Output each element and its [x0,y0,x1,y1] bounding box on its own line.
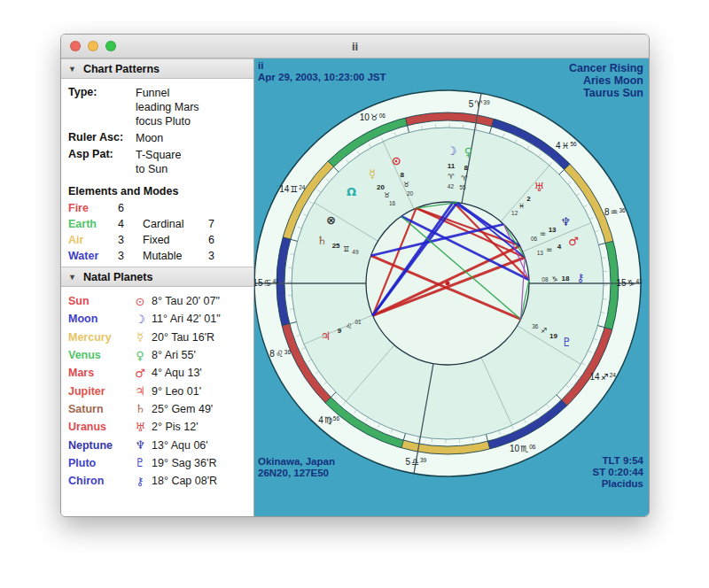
chart-patterns-section-header[interactable]: ▼ Chart Patterns [61,58,253,79]
ruler-asc-value: Moon [136,131,246,145]
disclosure-triangle-icon[interactable]: ▼ [68,273,76,282]
planet-minutes: 36 [532,323,539,329]
pluto-glyph-icon: ♇ [129,456,152,469]
mercury-glyph-icon: ☿ [129,330,152,344]
section-title: Chart Patterns [83,63,160,75]
planet-name: Pluto [68,457,129,469]
planet-position: 11° Ari 42' 01" [152,313,253,325]
mode-name: Fixed [143,233,208,247]
planet-name: Jupiter [68,385,129,398]
planet-position: 13° Aqu 06' [152,439,253,452]
mode-count: 7 [208,217,230,231]
planet-name: Saturn [68,403,129,415]
screen: ii ▼ Chart Patterns Type: Funnel leading… [0,0,709,588]
asp-pat-label: Asp Pat: [68,148,132,176]
planet-degree: 20 [377,183,385,191]
planet-degree: 9 [338,327,342,335]
planet-row-uranus[interactable]: Uranus♅2° Pis 12' [68,418,253,436]
planet-minutes: 55 [459,184,466,190]
planet-row-mars[interactable]: Mars♂4° Aqu 13' [68,364,253,382]
element-name: Water [68,249,118,263]
mode-count: 6 [208,233,230,247]
planet-position: 19° Sag 36'R [152,457,253,469]
uranus-glyph-icon: ♅ [534,181,544,194]
elements-modes-header: Elements and Modes [68,185,246,197]
planet-row-saturn[interactable]: Saturn♄25° Gem 49' [68,400,253,418]
moon-glyph-icon: ☽ [129,313,152,326]
sidebar: ▼ Chart Patterns Type: Funnel leading Ma… [61,58,254,516]
planet-sign-glyph: ♑ [551,275,557,283]
neptune-glyph-icon: ♆ [129,438,152,452]
sun-glyph-icon: ⊙ [129,295,152,308]
planet-minutes: 13 [537,250,544,256]
north-node-glyph-icon: Ω [347,185,356,198]
planet-degree: 13 [549,226,557,234]
planet-sign-glyph: ♐ [541,327,547,335]
app-window: ii ▼ Chart Patterns Type: Funnel leading… [60,34,650,517]
planet-position: 8° Ari 55' [152,349,253,361]
planet-row-pluto[interactable]: Pluto♇19° Sag 36'R [68,454,253,472]
planet-minutes: 16 [389,200,396,206]
planet-minutes: 49 [352,249,359,255]
planet-degree: 19 [549,332,557,340]
mars-glyph-icon: ♂ [568,235,579,248]
section-title: Natal Planets [83,271,153,283]
planet-sign-glyph: ♈ [461,174,467,182]
planet-position: 9° Leo 01' [152,385,253,398]
planet-minutes: 06 [531,236,538,242]
jupiter-glyph-icon: ♃ [320,329,331,343]
planet-name: Mars [68,367,129,379]
planet-sign-glyph: ♒ [540,230,546,238]
planet-sign-glyph: ♓ [518,202,525,210]
planet-degree: 11 [448,162,456,170]
saturn-glyph-icon: ♄ [316,234,327,247]
moon-glyph-icon: ☽ [447,144,457,158]
asp-pat-value: T-Square to Sun [136,148,246,176]
natal-planets-section-header[interactable]: ▼ Natal Planets [61,267,253,287]
planet-row-sun[interactable]: Sun⊙8° Tau 20' 07" [68,292,253,310]
chiron-glyph-icon: ⚷ [129,475,152,488]
planet-degree: 2 [526,195,531,203]
element-count: 3 [118,233,143,247]
close-button[interactable] [70,41,81,51]
zoom-button[interactable] [105,41,116,51]
disclosure-triangle-icon[interactable]: ▼ [68,65,76,74]
jupiter-glyph-icon: ♃ [129,384,152,398]
planet-sign-glyph: ♉ [403,181,409,189]
saturn-glyph-icon: ♄ [129,402,152,415]
planet-row-mercury[interactable]: Mercury☿20° Tau 16'R [68,329,253,346]
part-of-fortune-glyph-icon: ⊗ [326,213,336,227]
planet-minutes: 12 [511,210,518,216]
planet-row-chiron[interactable]: Chiron⚷18° Cap 08'R [68,472,253,490]
planet-position: 25° Gem 49' [152,403,253,415]
minimize-button[interactable] [88,41,98,51]
titlebar: ii [61,35,649,58]
natal-planets-list: Sun⊙8° Tau 20' 07"Moon☽11° Ari 42' 01"Me… [61,287,253,490]
planet-position: 4° Aqu 13' [152,367,253,379]
element-name: Earth [68,217,118,231]
planet-position: 20° Tau 16'R [152,331,253,344]
element-count: 3 [118,249,143,263]
mode-name: Cardinal [143,217,208,231]
chiron-glyph-icon: ⚷ [576,271,585,284]
planet-sign-glyph: ♊ [343,245,349,253]
uranus-glyph-icon: ♅ [129,421,152,434]
planet-row-neptune[interactable]: Neptune♆13° Aqu 06' [68,436,253,453]
mars-glyph-icon: ♂ [129,367,152,380]
type-value: Funnel leading Mars focus Pluto [136,86,246,128]
planet-name: Mercury [68,331,129,344]
planet-row-moon[interactable]: Moon☽11° Ari 42' 01" [68,310,253,328]
planet-row-jupiter[interactable]: Jupiter♃9° Leo 01' [68,382,253,399]
planet-minutes: 08 [541,276,549,282]
planet-sign-glyph: ♈ [448,173,454,181]
planet-name: Uranus [68,421,129,433]
planet-degree: 8 [464,164,468,172]
planet-degree: 8 [401,171,405,179]
natal-chart-wheel: 15♋418♌364♍565♎3910♏0614♐2415♑418♒364♓56… [254,58,649,516]
pluto-glyph-icon: ♇ [562,336,573,349]
elements-modes-table: Fire6Earth4Cardinal7Air3Fixed6Water3Muta… [68,201,246,263]
planet-name: Venus [68,349,129,361]
planet-row-venus[interactable]: Venus♀8° Ari 55' [68,346,253,364]
sun-glyph-icon: ⊙ [392,154,401,167]
chart-patterns-body: Type: Funnel leading Mars focus Pluto Ru… [61,79,253,267]
